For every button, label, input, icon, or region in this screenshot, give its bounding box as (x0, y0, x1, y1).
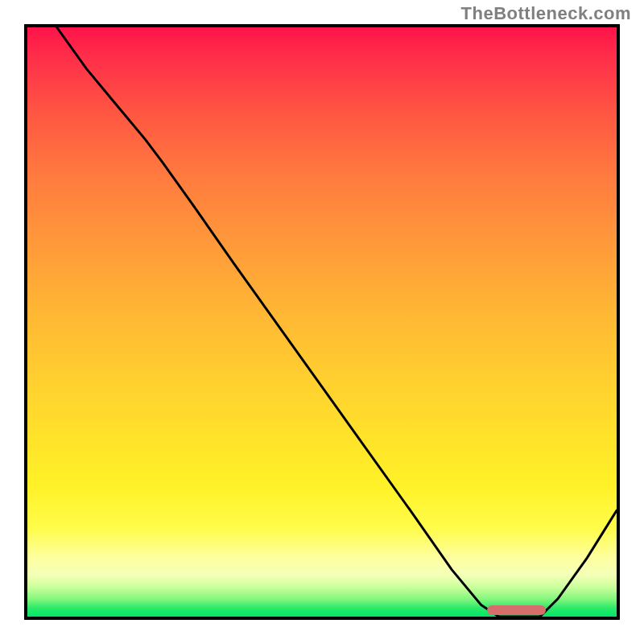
bottleneck-curve (27, 27, 617, 617)
chart-plot-area (24, 24, 620, 620)
watermark-text: TheBottleneck.com (461, 3, 631, 24)
optimal-range-marker (487, 605, 546, 615)
